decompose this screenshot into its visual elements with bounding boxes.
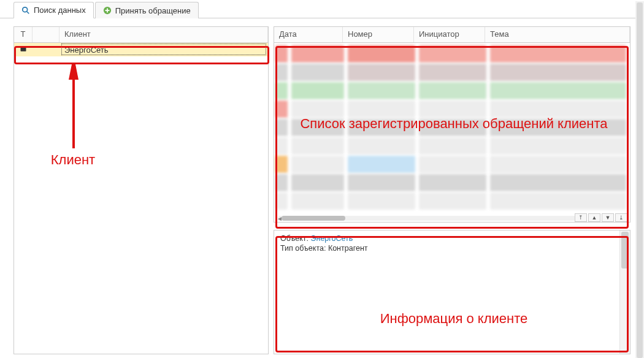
tab-bar: Поиск данных Принять обращение xyxy=(0,1,644,18)
client-grid-header: Т Клиент xyxy=(14,27,268,43)
briefcase-icon xyxy=(14,44,33,56)
scrollbar-thumb[interactable] xyxy=(621,232,629,268)
request-row-blurred xyxy=(275,64,626,81)
nav-up-button[interactable]: ▲ xyxy=(588,213,600,222)
column-type[interactable]: Т xyxy=(14,27,33,42)
client-list-panel: Т Клиент ЭнергоСеть xyxy=(13,26,269,354)
info-type-line: Тип объекта: Контрагент xyxy=(280,244,624,253)
scrollbar-thumb[interactable] xyxy=(282,216,345,221)
requests-grid-header: Дата Номер Инициатор Тема xyxy=(274,27,630,43)
svg-point-0 xyxy=(23,7,28,12)
horizontal-scrollbar[interactable]: ◄ ► xyxy=(278,216,582,221)
nav-down-button[interactable]: ▼ xyxy=(602,213,614,222)
column-client[interactable]: Клиент xyxy=(59,27,268,42)
info-type-value: Контрагент xyxy=(328,244,368,253)
tab-search-data[interactable]: Поиск данных xyxy=(13,2,94,18)
magnifier-icon xyxy=(21,6,30,15)
request-row-blurred xyxy=(275,137,626,154)
scrollbar-thumb[interactable] xyxy=(637,2,643,358)
tab-search-label: Поиск данных xyxy=(34,6,86,15)
info-object-line: Объект: ЭнергоСеть xyxy=(280,234,624,243)
request-row-blurred xyxy=(275,174,626,191)
requests-grid-body[interactable]: ◄ ► ⤒ ▲ ▼ ⤓ xyxy=(274,43,630,222)
request-row-blurred xyxy=(275,45,626,63)
info-type-label: Тип объекта: xyxy=(280,244,328,253)
client-info-panel: Объект: ЭнергоСеть Тип объекта: Контраге… xyxy=(274,230,631,354)
nav-first-button[interactable]: ⤒ xyxy=(575,213,587,222)
requests-panel: Дата Номер Инициатор Тема ◄ ► ⤒ ▲ ▼ xyxy=(274,26,631,223)
info-object-link[interactable]: ЭнергоСеть xyxy=(311,234,353,243)
column-date[interactable]: Дата xyxy=(274,27,343,42)
client-name: ЭнергоСеть xyxy=(59,44,268,56)
info-object-label: Объект: xyxy=(280,234,311,243)
request-row-blurred xyxy=(275,192,626,210)
tab-accept-request[interactable]: Принять обращение xyxy=(95,2,199,18)
plus-circle-icon xyxy=(103,6,112,15)
grid-nav-buttons: ⤒ ▲ ▼ ⤓ xyxy=(575,213,627,222)
request-row-blurred xyxy=(275,82,626,99)
client-grid-body[interactable]: ЭнергоСеть xyxy=(14,43,268,354)
client-row[interactable]: ЭнергоСеть xyxy=(14,43,268,56)
page-vertical-scrollbar[interactable] xyxy=(635,1,644,358)
info-vertical-scrollbar[interactable] xyxy=(619,230,630,354)
request-row-blurred xyxy=(275,156,626,173)
svg-rect-6 xyxy=(22,47,25,48)
svg-line-1 xyxy=(27,11,29,13)
request-row-blurred xyxy=(275,101,626,118)
nav-last-button[interactable]: ⤓ xyxy=(615,213,627,222)
column-topic[interactable]: Тема xyxy=(485,27,630,42)
column-initiator[interactable]: Инициатор xyxy=(414,27,485,42)
column-icon[interactable] xyxy=(33,27,59,42)
request-row-blurred xyxy=(275,119,626,136)
column-number[interactable]: Номер xyxy=(343,27,414,42)
tab-accept-label: Принять обращение xyxy=(115,6,191,15)
